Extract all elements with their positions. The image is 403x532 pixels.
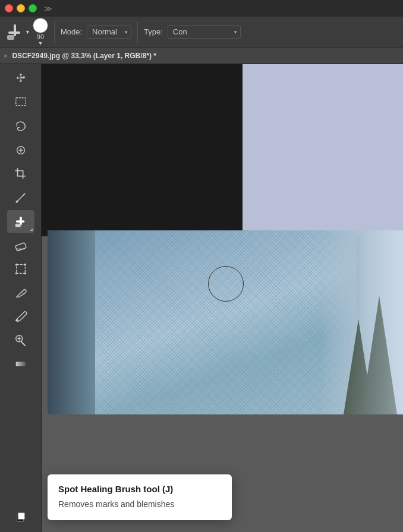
move-icon (14, 72, 27, 86)
free-transform-tool[interactable] (7, 258, 34, 280)
document-tab-bar: × DSCF2949.jpg @ 33,3% (Layer 1, RGB/8*)… (0, 48, 403, 64)
mode-label: Mode: (61, 27, 82, 36)
spot-healing-brush-tool[interactable] (7, 210, 34, 233)
type-select-wrapper[interactable]: Con Content-Aware Create Texture Proximi… (168, 25, 241, 39)
brush-tool-group: ▼ 90 ▼ (6, 18, 48, 46)
tab-close-button[interactable]: × (4, 52, 7, 59)
close-button[interactable] (5, 4, 13, 12)
eraser-icon (14, 239, 27, 252)
svg-rect-24 (15, 362, 26, 366)
lasso-tool[interactable] (7, 115, 34, 138)
foreground-bg-color[interactable] (7, 506, 34, 528)
photo-dark-edge (48, 230, 95, 414)
canvas-photo (48, 230, 357, 414)
svg-point-7 (15, 201, 18, 203)
gradient-tool[interactable] (7, 353, 34, 375)
maximize-button[interactable] (29, 4, 37, 12)
gradient-icon (14, 357, 27, 370)
type-label: Type: (144, 27, 163, 36)
document-tab-title: DSCF2949.jpg @ 33,3% (Layer 1, RGB/8*) * (12, 52, 156, 60)
toolbar: ▼ 90 ▼ Mode: Normal Darken Lighten Multi… (0, 17, 403, 48)
move-tool[interactable] (7, 68, 34, 90)
minimize-button[interactable] (17, 4, 25, 12)
svg-rect-26 (18, 513, 24, 520)
brush-preset-picker[interactable]: ▼ (6, 23, 30, 41)
snow-overlay (320, 230, 403, 414)
color-swatch-icon (14, 511, 27, 524)
svg-rect-14 (16, 265, 25, 274)
mode-select[interactable]: Normal Darken Lighten Multiply Screen Ov… (87, 25, 131, 39)
svg-point-17 (15, 273, 17, 275)
pen-icon (14, 286, 27, 299)
fabric-texture (48, 230, 357, 414)
toolbar-divider-2 (137, 21, 138, 43)
healing-brush-icon (14, 144, 27, 157)
svg-line-19 (21, 292, 24, 294)
left-toolbar (0, 64, 42, 532)
tooltip-description: Removes marks and blemishes (58, 499, 221, 511)
expand-icon: ≫ (44, 4, 52, 13)
type-select[interactable]: Con Content-Aware Create Texture Proximi… (168, 25, 241, 39)
lasso-icon (14, 120, 27, 133)
brush-preview (33, 18, 48, 33)
svg-rect-11 (15, 224, 20, 227)
toolbar-divider-1 (54, 21, 55, 43)
brush-icon (14, 310, 27, 323)
snow-trees-region (320, 230, 403, 414)
brush-size-label: 90 (37, 33, 44, 40)
canvas-dark-region (42, 64, 244, 236)
svg-point-20 (15, 319, 18, 322)
svg-rect-3 (15, 98, 26, 106)
selection-icon (14, 96, 27, 109)
traffic-lights (5, 4, 37, 12)
selection-tool[interactable] (7, 91, 34, 114)
tool-tooltip: Spot Healing Brush tool (J) Removes mark… (48, 474, 232, 520)
canvas-area[interactable]: Spot Healing Brush tool (J) Removes mark… (42, 64, 403, 532)
brush-tool[interactable] (7, 305, 34, 328)
eyedropper-tool[interactable] (7, 186, 34, 209)
tool-dropdown-arrow: ▼ (25, 29, 30, 35)
eyedropper-icon (14, 191, 27, 204)
svg-point-15 (15, 264, 17, 266)
healing-brush-tool[interactable] (7, 139, 34, 162)
brush-size-control[interactable]: 90 ▼ (33, 18, 48, 46)
svg-rect-2 (7, 35, 14, 40)
tooltip-title: Spot Healing Brush tool (J) (58, 484, 221, 494)
mode-select-wrapper[interactable]: Normal Darken Lighten Multiply Screen Ov… (87, 25, 131, 39)
svg-line-8 (22, 194, 24, 197)
tool-submenu-arrow (30, 229, 33, 231)
crop-icon (14, 167, 27, 180)
clone-stamp-icon (14, 334, 27, 347)
svg-point-18 (24, 273, 26, 275)
brush-size-arrow: ▼ (37, 40, 43, 46)
canvas-blue-region (243, 64, 403, 236)
svg-rect-1 (14, 24, 16, 36)
spot-healing-brush-icon (14, 215, 27, 228)
title-bar: ≫ (0, 0, 403, 17)
transform-icon (14, 262, 27, 276)
eraser-tool[interactable] (7, 234, 34, 256)
main-area: Spot Healing Brush tool (J) Removes mark… (0, 64, 403, 532)
pen-tool[interactable] (7, 281, 34, 304)
svg-rect-12 (15, 243, 26, 251)
crop-tool[interactable] (7, 163, 34, 185)
clone-stamp-tool[interactable] (7, 329, 34, 352)
spot-healing-icon (6, 23, 24, 41)
svg-point-16 (24, 264, 26, 266)
